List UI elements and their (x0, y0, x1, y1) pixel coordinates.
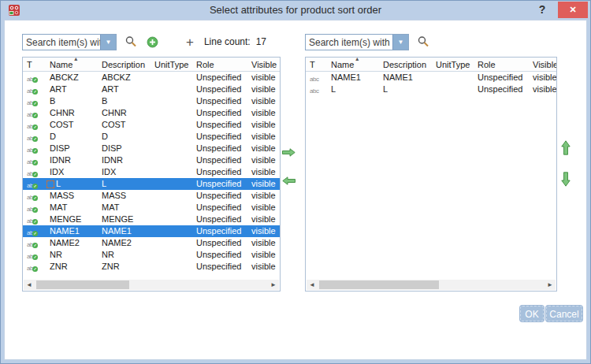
visible-cell: visible (245, 261, 280, 273)
table-row-abckz[interactable]: abc✓ABCKZABCKZUnspecifiedvisible (23, 72, 280, 84)
move-down-button[interactable] (559, 172, 573, 186)
expand-plus-icon[interactable]: + (186, 35, 194, 49)
table-row-art[interactable]: abc✓ARTARTUnspecifiedvisible (23, 84, 280, 95)
type-cell: abc✓ (23, 249, 43, 261)
role-cell: Unspecified (190, 84, 245, 95)
text-attribute-icon: abc✓ (27, 76, 35, 83)
horizontal-scrollbar[interactable]: ◄ ► (307, 280, 556, 290)
name-cell: NAME2 (43, 237, 95, 249)
table-row-disp[interactable]: abc✓DISPDISPUnspecifiedvisible (23, 143, 280, 154)
name-cell: NAME1 (43, 225, 95, 237)
table-row-menge[interactable]: abc✓MENGEMENGEUnspecifiedvisible (23, 214, 280, 225)
cancel-button[interactable]: Cancel (546, 306, 582, 321)
dialog-body: Search item(s) with ▼ + Line count: 17 (4, 20, 587, 360)
column-header-visible[interactable]: Visible (526, 58, 556, 71)
name-cell: D (43, 131, 95, 143)
scrollbar-track[interactable] (35, 280, 268, 290)
help-button[interactable]: ? (535, 3, 549, 17)
unittype-cell (148, 237, 190, 249)
table-row-mass[interactable]: abc✓MASSMASSUnspecifiedvisible (23, 190, 280, 202)
horizontal-scrollbar[interactable]: ◄ ► (24, 280, 279, 290)
search-icon[interactable] (124, 35, 138, 49)
checkmark-icon: ✓ (32, 113, 38, 118)
type-cell: abc✓ (23, 131, 43, 143)
description-cell: COST (95, 119, 148, 131)
role-cell: Unspecified (190, 166, 245, 178)
column-header-role[interactable]: Role (471, 58, 526, 71)
search-icon[interactable] (416, 35, 430, 49)
move-left-button[interactable] (281, 173, 296, 188)
column-header-name[interactable]: Name▴ (43, 58, 95, 71)
checkmark-icon: ✓ (32, 124, 38, 130)
column-header-name[interactable]: Name▴ (325, 58, 377, 71)
scrollbar-thumb[interactable] (319, 280, 439, 289)
right-search-input[interactable]: Search item(s) with (306, 35, 392, 50)
column-header-unittype[interactable]: UnitType (429, 58, 471, 71)
role-cell: Unspecified (190, 178, 245, 190)
description-cell: DISP (95, 143, 148, 154)
unittype-cell (429, 72, 471, 84)
table-row-znr[interactable]: abc✓ZNRZNRUnspecifiedvisible (23, 261, 280, 273)
text-attribute-icon: abc✓ (27, 99, 35, 106)
table-row-b[interactable]: abc✓BBUnspecifiedvisible (23, 95, 280, 107)
visible-cell: visible (245, 131, 280, 143)
name-cell: DISP (43, 143, 95, 154)
scroll-right-icon[interactable]: ► (268, 281, 279, 288)
title-bar: Select attributes for product sort order… (1, 1, 590, 20)
scrollbar-thumb[interactable] (36, 280, 129, 289)
right-search-combobox[interactable]: Search item(s) with ▼ (305, 34, 409, 50)
table-row-l[interactable]: abcLLUnspecifiedvisible (306, 84, 556, 95)
scroll-left-icon[interactable]: ◄ (307, 281, 318, 288)
type-cell: abc✓ (23, 95, 43, 107)
role-cell: Unspecified (190, 261, 245, 273)
unittype-cell (148, 95, 190, 107)
close-button[interactable]: ✕ (558, 2, 588, 18)
unittype-cell (148, 178, 190, 190)
checkmark-icon: ✓ (32, 195, 38, 201)
visible-cell: visible (245, 119, 280, 131)
table-row-l[interactable]: abc✓LLUnspecifiedvisible (23, 178, 280, 190)
move-up-button[interactable] (559, 140, 573, 154)
role-cell: Unspecified (190, 214, 245, 225)
add-search-icon[interactable] (145, 35, 159, 49)
table-row-idnr[interactable]: abc✓IDNRIDNRUnspecifiedvisible (23, 154, 280, 166)
left-search-input[interactable]: Search item(s) with (23, 35, 100, 50)
name-cell: IDNR (43, 154, 95, 166)
scroll-right-icon[interactable]: ► (545, 281, 556, 288)
visible-cell: visible (245, 214, 280, 225)
table-row-idx[interactable]: abc✓IDXIDXUnspecifiedvisible (23, 166, 280, 178)
scrollbar-track[interactable] (318, 280, 545, 290)
table-row-chnr[interactable]: abc✓CHNRCHNRUnspecifiedvisible (23, 107, 280, 119)
window-title: Select attributes for product sort order (1, 4, 590, 16)
ok-button[interactable]: OK (520, 306, 544, 321)
type-cell: abc✓ (23, 143, 43, 154)
move-right-button[interactable] (281, 145, 296, 159)
table-row-name2[interactable]: abc✓NAME2NAME2Unspecifiedvisible (23, 237, 280, 249)
right-search-dropdown-button[interactable]: ▼ (392, 35, 408, 50)
table-row-name1[interactable]: abc✓NAME1NAME1Unspecifiedvisible (23, 225, 280, 237)
column-header-unittype[interactable]: UnitType (148, 58, 190, 71)
visible-cell: visible (245, 249, 280, 261)
role-cell: Unspecified (190, 202, 245, 214)
left-search-combobox[interactable]: Search item(s) with ▼ (22, 34, 117, 50)
scroll-left-icon[interactable]: ◄ (24, 281, 35, 288)
description-cell: MASS (95, 190, 148, 202)
column-header-role[interactable]: Role (190, 58, 245, 71)
visible-cell: visible (245, 190, 280, 202)
role-cell: Unspecified (190, 107, 245, 119)
column-header-description[interactable]: Description (377, 58, 429, 71)
column-header-t[interactable]: T (306, 58, 325, 71)
table-row-nr[interactable]: abc✓NRNRUnspecifiedvisible (23, 249, 280, 261)
table-row-d[interactable]: abc✓DDUnspecifiedvisible (23, 131, 280, 143)
column-header-t[interactable]: T (23, 58, 43, 71)
name-cell: B (43, 95, 95, 107)
table-row-name1[interactable]: abcNAME1NAME1Unspecifiedvisible (306, 72, 556, 84)
left-search-dropdown-button[interactable]: ▼ (100, 35, 116, 50)
table-row-mat[interactable]: abc✓MATMATUnspecifiedvisible (23, 202, 280, 214)
text-attribute-icon: abc✓ (27, 241, 35, 248)
table-row-cost[interactable]: abc✓COSTCOSTUnspecifiedvisible (23, 119, 280, 131)
role-cell: Unspecified (190, 154, 245, 166)
column-header-description[interactable]: Description (95, 58, 148, 71)
column-header-visible[interactable]: Visible (245, 58, 280, 71)
unittype-cell (148, 261, 190, 273)
